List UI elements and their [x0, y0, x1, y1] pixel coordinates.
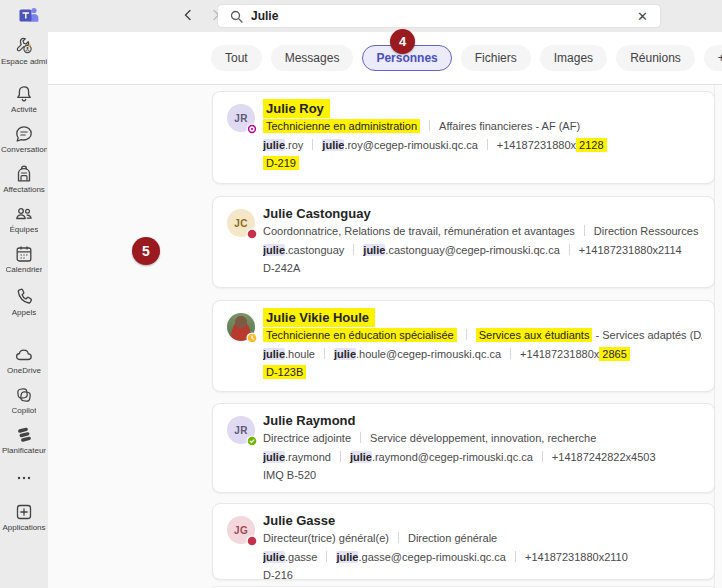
person-room: D-219: [263, 154, 702, 173]
avatar-photo: [227, 313, 255, 341]
tab-tout[interactable]: Tout: [211, 45, 262, 71]
person-card-julie-gasse[interactable]: JG Julie Gasse Directeur(trice) général(…: [212, 503, 715, 580]
planner-icon: [14, 425, 34, 445]
teams-logo-icon: [18, 5, 40, 27]
person-contact: julie.royjulie.roy@cegep-rimouski.qc.ca+…: [263, 136, 702, 155]
avatar-initials: JC: [234, 218, 247, 229]
search-icon: [230, 10, 243, 23]
phone-icon: [14, 287, 34, 307]
sidebar-item-label: Appels: [12, 308, 36, 317]
sidebar-item-teams[interactable]: Équipes: [0, 204, 48, 234]
tab-reunions[interactable]: Réunions: [616, 45, 695, 71]
divider: [510, 348, 511, 359]
divider: [515, 551, 516, 562]
person-contact: julie.gassejulie.gasse@cegep-rimouski.qc…: [263, 548, 702, 567]
sidebar-item-planner[interactable]: Planificateur: [0, 425, 48, 455]
presence-out-of-office-icon: [246, 123, 258, 135]
annotation-step-5: 5: [132, 237, 160, 265]
sidebar-item-label: OneDrive: [7, 366, 41, 375]
person-card-julie-roy[interactable]: JR Julie Roy Technicienne en administrat…: [212, 91, 715, 184]
admin-icon: [14, 36, 34, 56]
divider: [429, 120, 430, 131]
sidebar-item-calls[interactable]: Appels: [0, 287, 48, 317]
clear-search-icon[interactable]: ✕: [633, 8, 652, 25]
tab-images[interactable]: Images: [540, 45, 607, 71]
person-name: Julie Castonguay: [263, 205, 702, 222]
people-icon: [14, 204, 34, 224]
sidebar-item-label: Équipes: [10, 225, 39, 234]
sidebar-item-admin[interactable]: Espace admi...: [0, 36, 48, 66]
person-room: D-242A: [263, 259, 702, 278]
tab-fichiers[interactable]: Fichiers: [461, 45, 531, 71]
sidebar-item-chat[interactable]: Conversation: [0, 124, 48, 154]
person-card-julie-castonguay[interactable]: JC Julie Castonguay Coordonnatrice, Rela…: [212, 196, 715, 288]
search-bar[interactable]: ✕: [218, 5, 660, 27]
divider: [340, 451, 341, 462]
sidebar-item-label: Applications: [2, 523, 45, 532]
person-name: Julie Raymond: [263, 412, 702, 429]
sidebar-item-label: Espace admi...: [1, 57, 47, 66]
apps-icon: [14, 502, 34, 522]
calendar-icon: [14, 244, 34, 264]
person-room: D-216: [263, 566, 702, 585]
search-results-header: Tout Messages Personnes Fichiers Images …: [48, 32, 722, 85]
divider: [542, 451, 543, 462]
person-card-julie-vikie-houle[interactable]: Julie Vikie Houle Technicienne en éducat…: [212, 300, 715, 392]
sidebar-item-activity[interactable]: Activité: [0, 84, 48, 114]
sidebar-item-label: Activité: [11, 105, 37, 114]
sidebar-item-assignments[interactable]: Affectations: [0, 164, 48, 194]
divider: [353, 244, 354, 255]
search-input[interactable]: [251, 9, 633, 23]
avatar-initials: JR: [234, 425, 247, 436]
tab-more-count[interactable]: +2: [704, 45, 722, 71]
person-name: Julie Roy: [263, 100, 702, 117]
sidebar-item-apps[interactable]: Applications: [0, 502, 48, 532]
avatar: JR: [227, 104, 255, 132]
divider: [584, 225, 585, 236]
back-chevron-icon[interactable]: [180, 7, 196, 23]
app-rail: Espace admi... Activité Conversation Aff…: [0, 32, 48, 588]
presence-busy-icon: [246, 535, 258, 547]
chat-icon: [14, 124, 34, 144]
person-name: Julie Vikie Houle: [263, 309, 702, 326]
cloud-icon: [14, 345, 34, 365]
person-contact: julie.raymondjulie.raymond@cegep-rimousk…: [263, 448, 702, 467]
person-card-julie-raymond[interactable]: JR Julie Raymond Directrice adjointeServ…: [212, 403, 715, 493]
sidebar-item-label: Copilot: [12, 406, 37, 415]
person-name: Julie Gasse: [263, 512, 702, 529]
sidebar-item-onedrive[interactable]: OneDrive: [0, 345, 48, 375]
divider: [466, 329, 467, 340]
person-room: D-123B: [263, 363, 702, 382]
sidebar-item-label: Affectations: [3, 185, 45, 194]
person-title-dept: Technicienne en administrationAffaires f…: [263, 117, 702, 136]
avatar-initials: JR: [234, 113, 247, 124]
divider: [312, 139, 313, 150]
divider: [398, 532, 399, 543]
avatar: JC: [227, 209, 255, 237]
sidebar-item-calendar[interactable]: Calendrier: [0, 244, 48, 274]
divider: [360, 432, 361, 443]
person-title-dept: Directeur(trice) général(e)Direction gén…: [263, 529, 702, 548]
sidebar-item-more[interactable]: [0, 468, 48, 488]
person-title-dept: Coordonnatrice, Relations de travail, ré…: [263, 222, 702, 241]
filter-tabs: Tout Messages Personnes Fichiers Images …: [211, 45, 722, 71]
divider: [569, 244, 570, 255]
sidebar-item-copilot[interactable]: Copilot: [0, 385, 48, 415]
tab-messages[interactable]: Messages: [271, 45, 354, 71]
sidebar-item-label: Conversation: [1, 145, 47, 154]
person-contact: julie.castonguayjulie.castonguay@cegep-r…: [263, 241, 702, 260]
person-room: IMQ B-520: [263, 466, 702, 485]
copilot-icon: [14, 385, 34, 405]
top-bar: ✕: [0, 0, 722, 32]
avatar-initials: JG: [234, 525, 248, 536]
bell-icon: [14, 84, 34, 104]
presence-busy-icon: [246, 228, 258, 240]
person-title-dept: Directrice adjointeService développement…: [263, 429, 702, 448]
more-icon: [14, 468, 34, 488]
divider: [324, 348, 325, 359]
sidebar-item-label: Calendrier: [6, 265, 43, 274]
divider: [326, 551, 327, 562]
annotation-step-4: 4: [390, 29, 415, 54]
avatar: JR: [227, 416, 255, 444]
avatar: JG: [227, 516, 255, 544]
